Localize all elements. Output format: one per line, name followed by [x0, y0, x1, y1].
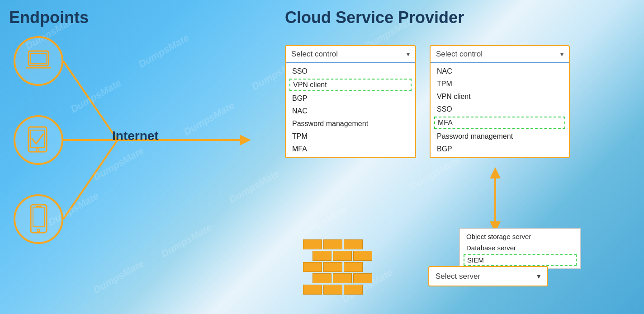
firewall	[303, 239, 372, 296]
title-cloud: Cloud Service Provider	[285, 8, 464, 27]
dropdown-right-header[interactable]: Select control ▾	[431, 46, 569, 63]
dropdown-left-item-tpm[interactable]: TPM	[286, 130, 415, 143]
phone-icon	[28, 203, 49, 235]
dropdown-right-item-sso[interactable]: SSO	[431, 103, 569, 116]
server-list-item-object-storage[interactable]: Object storage server	[460, 231, 580, 242]
dropdown-right-placeholder: Select control	[436, 50, 483, 59]
svg-rect-9	[31, 53, 46, 63]
dropdown-left-item-bgp[interactable]: BGP	[286, 92, 415, 105]
main-content: Endpoints Cloud Service Provider Interne…	[0, 0, 644, 314]
dropdown-right-list: NAC TPM VPN client SSO MFA Password mana…	[431, 63, 569, 157]
dropdown-right-item-passwordmgmt[interactable]: Password management	[431, 130, 569, 143]
select-server-chevron: ▾	[537, 272, 541, 281]
dropdown-left-placeholder: Select control	[291, 50, 338, 59]
server-list-box: Object storage server Database server SI…	[459, 228, 581, 269]
dropdown-left-list: SSO VPN client BGP NAC Password manageme…	[286, 63, 415, 157]
dropdown-right-item-tpm[interactable]: TPM	[431, 78, 569, 90]
endpoint-tablet	[14, 115, 63, 165]
select-server-dropdown[interactable]: Select server ▾	[428, 266, 548, 286]
internet-label: Internet	[112, 129, 159, 143]
svg-point-17	[37, 229, 40, 232]
dropdown-left-header[interactable]: Select control ▾	[286, 46, 415, 63]
dropdown-left-item-sso[interactable]: SSO	[286, 65, 415, 78]
laptop-icon	[25, 49, 52, 74]
dropdown-left-item-passwordmgmt[interactable]: Password management	[286, 117, 415, 130]
tablet-icon	[26, 126, 51, 155]
dropdown-left-item-nac[interactable]: NAC	[286, 105, 415, 117]
svg-point-14	[36, 149, 39, 151]
dropdown-right[interactable]: Select control ▾ NAC TPM VPN client SSO …	[430, 45, 570, 158]
dropdown-right-item-nac[interactable]: NAC	[431, 65, 569, 78]
svg-rect-16	[33, 208, 44, 227]
dropdown-right-item-vpnclient[interactable]: VPN client	[431, 90, 569, 103]
dropdown-right-item-bgp[interactable]: BGP	[431, 143, 569, 155]
endpoint-phone	[14, 194, 63, 244]
dropdown-left-item-mfa[interactable]: MFA	[286, 143, 415, 155]
select-server-label: Select server	[436, 272, 480, 281]
dropdown-left[interactable]: Select control ▾ SSO VPN client BGP NAC …	[285, 45, 416, 158]
endpoint-laptop	[14, 36, 63, 86]
dropdown-right-item-mfa[interactable]: MFA	[434, 117, 565, 129]
server-list-item-siem[interactable]: SIEM	[464, 254, 577, 266]
dropdown-left-chevron: ▾	[407, 51, 410, 58]
dropdown-left-item-vpnclient[interactable]: VPN client	[289, 79, 412, 91]
dropdown-right-chevron: ▾	[560, 51, 564, 58]
title-endpoints: Endpoints	[9, 8, 89, 27]
server-list-item-database[interactable]: Database server	[460, 242, 580, 253]
